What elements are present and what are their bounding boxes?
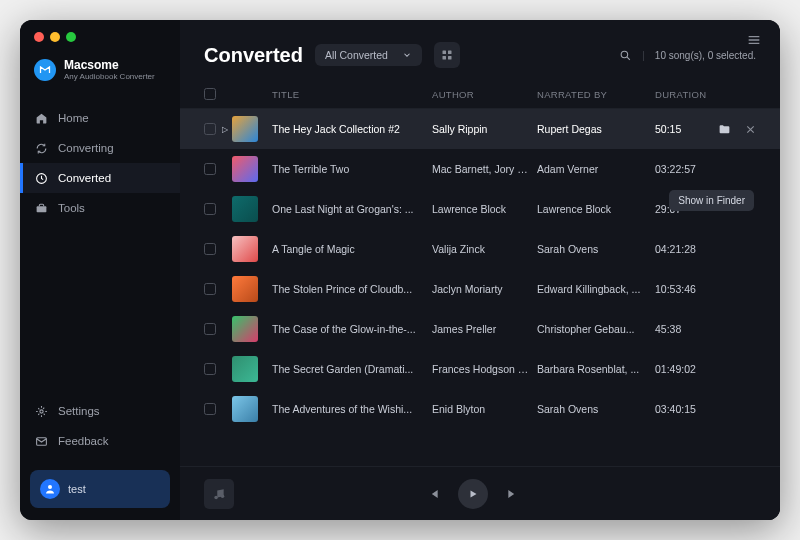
refresh-icon bbox=[34, 141, 48, 155]
nav-converting-label: Converting bbox=[58, 142, 114, 154]
row-narrated: Christopher Gebau... bbox=[537, 323, 655, 335]
svg-point-4 bbox=[48, 485, 52, 489]
user-pill[interactable]: test bbox=[30, 470, 170, 508]
nav-tools-label: Tools bbox=[58, 202, 85, 214]
row-checkbox[interactable] bbox=[204, 243, 216, 255]
divider: | bbox=[642, 50, 645, 61]
toolbox-icon bbox=[34, 201, 48, 215]
table-row[interactable]: The Adventures of the Wishi...Enid Blyto… bbox=[180, 389, 780, 429]
svg-rect-5 bbox=[442, 51, 446, 55]
row-narrated: Edward Killingback, ... bbox=[537, 283, 655, 295]
row-author: Valija Zinck bbox=[432, 243, 537, 255]
row-checkbox[interactable] bbox=[204, 163, 216, 175]
nav-converted[interactable]: Converted bbox=[20, 163, 180, 193]
row-duration: 04:21:28 bbox=[655, 243, 711, 255]
row-title: The Secret Garden (Dramati... bbox=[272, 363, 432, 375]
mail-icon bbox=[34, 434, 48, 448]
row-title: The Hey Jack Collection #2 bbox=[272, 123, 432, 135]
album-art bbox=[232, 116, 258, 142]
avatar bbox=[40, 479, 60, 499]
grid-view-button[interactable] bbox=[434, 42, 460, 68]
row-narrated: Sarah Ovens bbox=[537, 243, 655, 255]
table-row[interactable]: A Tangle of MagicValija ZinckSarah Ovens… bbox=[180, 229, 780, 269]
album-art bbox=[232, 196, 258, 222]
row-checkbox[interactable] bbox=[204, 403, 216, 415]
svg-point-9 bbox=[621, 51, 628, 58]
row-duration: 45:38 bbox=[655, 323, 711, 335]
window-controls bbox=[20, 32, 180, 52]
row-duration: 01:49:02 bbox=[655, 363, 711, 375]
nav-converting[interactable]: Converting bbox=[20, 133, 180, 163]
filter-dropdown[interactable]: All Converted bbox=[315, 44, 422, 66]
filter-label: All Converted bbox=[325, 49, 388, 61]
svg-rect-8 bbox=[448, 56, 452, 60]
next-button[interactable] bbox=[506, 487, 520, 501]
row-duration: 50:15 bbox=[655, 123, 711, 135]
sidebar: Macsome Any Audiobook Converter Home Con… bbox=[20, 20, 180, 520]
nav: Home Converting Converted Tools bbox=[20, 95, 180, 396]
close-window-button[interactable] bbox=[34, 32, 44, 42]
row-title: The Adventures of the Wishi... bbox=[272, 403, 432, 415]
home-icon bbox=[34, 111, 48, 125]
table-row[interactable]: The Stolen Prince of Cloudb...Jaclyn Mor… bbox=[180, 269, 780, 309]
hamburger-icon[interactable] bbox=[746, 32, 762, 48]
nav-converted-label: Converted bbox=[58, 172, 111, 184]
album-art bbox=[232, 396, 258, 422]
row-checkbox[interactable] bbox=[204, 283, 216, 295]
table-row[interactable]: The Case of the Glow-in-the-...James Pre… bbox=[180, 309, 780, 349]
svg-point-2 bbox=[39, 409, 42, 412]
row-checkbox[interactable] bbox=[204, 203, 216, 215]
row-checkbox[interactable] bbox=[204, 363, 216, 375]
col-title: TITLE bbox=[272, 89, 432, 100]
album-art bbox=[232, 276, 258, 302]
main: Converted All Converted | 10 song(s), 0 … bbox=[180, 20, 780, 520]
tooltip-show-in-finder: Show in Finder bbox=[669, 190, 754, 211]
search-icon[interactable] bbox=[619, 49, 632, 62]
status-count: 10 song(s), 0 selected. bbox=[655, 50, 756, 61]
row-title: One Last Night at Grogan's: ... bbox=[272, 203, 432, 215]
minimize-window-button[interactable] bbox=[50, 32, 60, 42]
nav-tools[interactable]: Tools bbox=[20, 193, 180, 223]
clock-icon bbox=[34, 171, 48, 185]
nav-settings[interactable]: Settings bbox=[20, 396, 180, 426]
close-icon[interactable] bbox=[745, 124, 756, 135]
chevron-down-icon bbox=[402, 50, 412, 60]
status-bar: | 10 song(s), 0 selected. bbox=[619, 49, 756, 62]
app-window: Macsome Any Audiobook Converter Home Con… bbox=[20, 20, 780, 520]
album-art bbox=[232, 236, 258, 262]
row-author: Lawrence Block bbox=[432, 203, 537, 215]
bottom-nav: Settings Feedback bbox=[20, 396, 180, 464]
play-indicator-icon: ▷ bbox=[222, 125, 228, 134]
maximize-window-button[interactable] bbox=[66, 32, 76, 42]
play-button[interactable] bbox=[458, 479, 488, 509]
row-duration: 10:53:46 bbox=[655, 283, 711, 295]
row-narrated: Barbara Rosenblat, ... bbox=[537, 363, 655, 375]
row-narrated: Adam Verner bbox=[537, 163, 655, 175]
table-body: ▷The Hey Jack Collection #2Sally RippinR… bbox=[180, 109, 780, 520]
nav-home-label: Home bbox=[58, 112, 89, 124]
row-checkbox[interactable] bbox=[204, 323, 216, 335]
nav-feedback-label: Feedback bbox=[58, 435, 109, 447]
table-row[interactable]: The Terrible TwoMac Barnett, Jory J...Ad… bbox=[180, 149, 780, 189]
nav-feedback[interactable]: Feedback bbox=[20, 426, 180, 456]
now-playing-art bbox=[204, 479, 234, 509]
row-narrated: Sarah Ovens bbox=[537, 403, 655, 415]
svg-point-10 bbox=[214, 495, 218, 499]
row-author: Sally Rippin bbox=[432, 123, 537, 135]
row-author: Enid Blyton bbox=[432, 403, 537, 415]
col-narrated: Narrated by bbox=[537, 89, 655, 100]
select-all-checkbox[interactable] bbox=[204, 88, 216, 100]
nav-home[interactable]: Home bbox=[20, 103, 180, 133]
folder-icon[interactable] bbox=[718, 123, 731, 136]
row-title: The Stolen Prince of Cloudb... bbox=[272, 283, 432, 295]
prev-button[interactable] bbox=[426, 487, 440, 501]
brand-icon bbox=[34, 59, 56, 81]
row-checkbox[interactable] bbox=[204, 123, 216, 135]
row-author: James Preller bbox=[432, 323, 537, 335]
gear-icon bbox=[34, 404, 48, 418]
brand: Macsome Any Audiobook Converter bbox=[20, 52, 180, 95]
table-row[interactable]: ▷The Hey Jack Collection #2Sally RippinR… bbox=[180, 109, 780, 149]
row-duration: 03:40:15 bbox=[655, 403, 711, 415]
table-row[interactable]: The Secret Garden (Dramati...Frances Hod… bbox=[180, 349, 780, 389]
player-controls bbox=[426, 479, 520, 509]
